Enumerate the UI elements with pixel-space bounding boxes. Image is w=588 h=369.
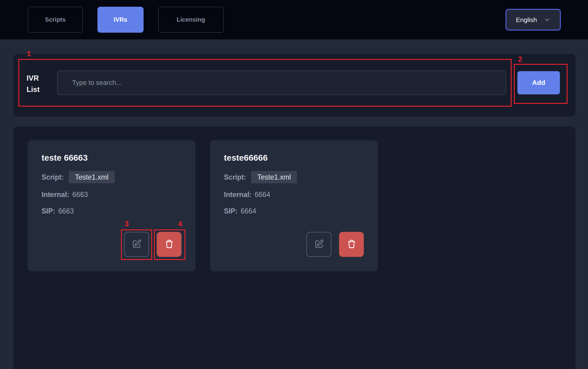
sip-label: SIP: bbox=[42, 207, 55, 215]
trash-icon bbox=[164, 239, 174, 250]
ivr-card-title: teste66666 bbox=[224, 153, 364, 163]
ivr-card: teste 66663 Script: Teste1.xml Internal:… bbox=[28, 140, 195, 271]
script-row: Script: Teste1.xml bbox=[224, 171, 364, 183]
edit-pencil-square-icon bbox=[314, 239, 324, 250]
edit-button[interactable] bbox=[306, 232, 331, 257]
sip-value: 6664 bbox=[241, 207, 256, 215]
tab-licensing[interactable]: Licensing bbox=[158, 7, 224, 33]
internal-row: Internal:6664 bbox=[224, 189, 364, 200]
script-label: Script: bbox=[224, 173, 246, 181]
ivr-card: teste66666 Script: Teste1.xml Internal:6… bbox=[210, 140, 378, 271]
add-button[interactable]: Add bbox=[517, 71, 560, 94]
script-label: Script: bbox=[42, 173, 64, 181]
script-row: Script: Teste1.xml bbox=[42, 171, 181, 183]
language-select-value: English bbox=[516, 16, 537, 24]
tab-scripts[interactable]: Scripts bbox=[28, 7, 83, 33]
language-select[interactable]: English bbox=[506, 9, 561, 31]
internal-label: Internal: bbox=[224, 191, 252, 199]
card-actions bbox=[306, 232, 364, 257]
top-navbar: Scripts IVRs Licensing English bbox=[0, 0, 588, 39]
sip-label: SIP: bbox=[224, 207, 238, 215]
ivr-card-title: teste 66663 bbox=[42, 153, 181, 163]
tab-ivrs[interactable]: IVRs bbox=[97, 7, 144, 33]
nav-tabs: Scripts IVRs Licensing bbox=[28, 7, 224, 33]
search-input[interactable] bbox=[57, 71, 506, 95]
trash-icon bbox=[347, 239, 356, 250]
sip-row: SIP:6663 bbox=[42, 206, 181, 216]
delete-button[interactable] bbox=[157, 232, 181, 257]
sip-value: 6663 bbox=[58, 207, 74, 215]
sip-row: SIP:6664 bbox=[224, 206, 364, 216]
internal-label: Internal: bbox=[42, 191, 69, 199]
internal-value: 6663 bbox=[72, 191, 88, 199]
ivr-list-panel: IVR List Add bbox=[13, 54, 575, 117]
edit-button[interactable] bbox=[124, 232, 149, 257]
ivr-cards-panel: teste 66663 Script: Teste1.xml Internal:… bbox=[13, 126, 575, 369]
edit-pencil-square-icon bbox=[132, 239, 141, 250]
ivr-list-title: IVR List bbox=[27, 72, 48, 95]
script-badge: Teste1.xml bbox=[251, 171, 297, 183]
delete-button[interactable] bbox=[339, 232, 364, 257]
internal-row: Internal:6663 bbox=[42, 189, 181, 200]
page: Scripts IVRs Licensing English IVR List … bbox=[0, 0, 588, 369]
chevron-down-icon bbox=[544, 16, 550, 23]
script-badge: Teste1.xml bbox=[69, 171, 115, 183]
internal-value: 6664 bbox=[255, 191, 270, 199]
card-actions bbox=[124, 232, 181, 257]
